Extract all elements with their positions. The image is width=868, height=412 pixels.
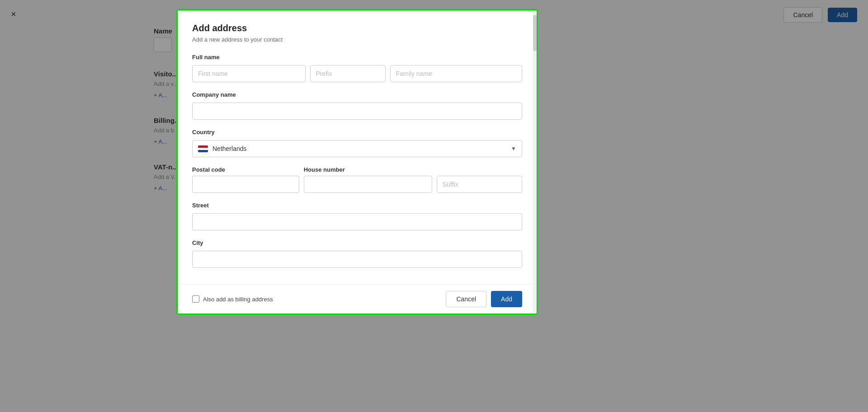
city-group: City: [192, 239, 522, 268]
postal-code-field: [192, 176, 299, 193]
modal-subtitle: Add a new address to your contact: [192, 36, 522, 43]
address-fields-group: Postal code House number: [192, 166, 522, 193]
house-number-input[interactable]: [304, 176, 432, 193]
country-label: Country: [192, 129, 522, 136]
address-fields-labels: Postal code House number: [192, 166, 522, 173]
country-value: Netherlands: [212, 145, 506, 152]
netherlands-flag: [198, 145, 208, 152]
suffix-field: [437, 176, 522, 193]
billing-checkbox-label: Also add as billing address: [203, 296, 273, 303]
street-label: Street: [192, 202, 522, 209]
street-group: Street: [192, 202, 522, 230]
postal-code-input[interactable]: [192, 176, 299, 193]
modal-footer: Also add as billing address Cancel Add: [178, 284, 537, 314]
city-input[interactable]: [192, 251, 522, 268]
chevron-down-icon: ▼: [511, 145, 516, 152]
house-number-label: House number: [304, 166, 432, 173]
full-name-label: Full name: [192, 54, 522, 61]
full-name-row: [192, 65, 522, 82]
modal-body: Add address Add a new address to your co…: [178, 10, 537, 284]
footer-buttons: Cancel Add: [446, 291, 522, 307]
modal-wrapper: Add address Add a new address to your co…: [176, 9, 538, 315]
billing-checkbox-row: Also add as billing address: [192, 295, 273, 303]
scrollbar-thumb[interactable]: [533, 15, 537, 51]
prefix-field: [310, 65, 386, 82]
country-group: Country Netherlands ▼: [192, 129, 522, 157]
modal-cancel-button[interactable]: Cancel: [446, 291, 486, 307]
first-name-field: [192, 65, 306, 82]
house-number-row: [192, 176, 522, 193]
suffix-input[interactable]: [437, 176, 522, 193]
full-name-group: Full name: [192, 54, 522, 82]
modal-title: Add address: [192, 23, 522, 33]
family-name-field: [390, 65, 522, 82]
country-select[interactable]: Netherlands ▼: [192, 140, 522, 157]
first-name-input[interactable]: [192, 65, 306, 82]
add-address-modal: Add address Add a new address to your co…: [176, 9, 538, 315]
modal-add-button[interactable]: Add: [491, 291, 522, 307]
family-name-input[interactable]: [390, 65, 522, 82]
city-label: City: [192, 239, 522, 246]
suffix-label: [437, 166, 522, 173]
house-number-field: [304, 176, 432, 193]
billing-checkbox[interactable]: [192, 295, 199, 303]
company-name-group: Company name: [192, 91, 522, 120]
scrollbar-track[interactable]: [533, 10, 537, 314]
street-input[interactable]: [192, 213, 522, 230]
company-name-label: Company name: [192, 91, 522, 98]
postal-code-label: Postal code: [192, 166, 299, 173]
prefix-input[interactable]: [310, 65, 386, 82]
company-name-input[interactable]: [192, 103, 522, 120]
